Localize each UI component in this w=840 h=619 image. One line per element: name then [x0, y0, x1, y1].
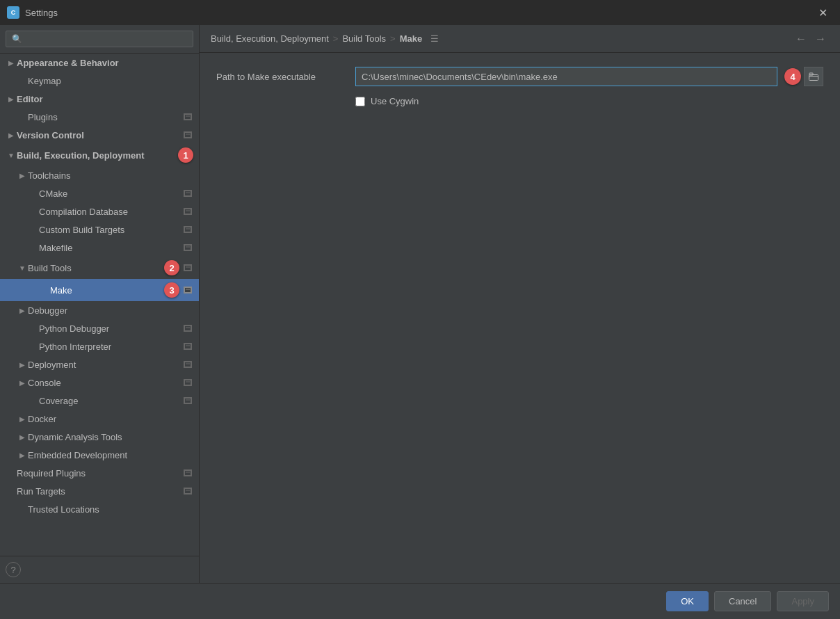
sidebar-item-compilation-db[interactable]: Compilation Database	[0, 202, 199, 220]
arrow-icon	[6, 485, 17, 497]
badge-2: 2	[164, 260, 179, 275]
svg-rect-28	[185, 471, 191, 476]
nav-back-button[interactable]: ←	[793, 31, 809, 47]
ext-icon	[182, 323, 193, 334]
apply-button[interactable]: Apply	[777, 591, 829, 611]
sidebar-item-make[interactable]: Make 3	[0, 279, 199, 301]
arrow-icon: ▶	[6, 57, 17, 68]
arrow-icon	[28, 341, 39, 352]
close-button[interactable]: ✕	[813, 3, 833, 22]
sidebar-item-run-targets[interactable]: Run Targets	[0, 482, 199, 500]
ok-button[interactable]: OK	[666, 591, 709, 611]
sidebar-item-label: Docker	[28, 414, 193, 424]
sidebar-item-debugger[interactable]: ▶ Debugger	[0, 301, 199, 319]
settings-dialog: C Settings ✕ ▶ Appearance & Behavior Key…	[0, 0, 840, 619]
arrow-icon	[28, 242, 39, 253]
sidebar: ▶ Appearance & Behavior Keymap ▶ Editor …	[0, 25, 200, 583]
sidebar-item-label: CMake	[39, 188, 181, 199]
sidebar-item-label: Debugger	[28, 305, 193, 316]
sidebar-item-embedded-dev[interactable]: ▶ Embedded Development	[0, 446, 199, 464]
sidebar-item-label: Version Control	[17, 130, 181, 140]
sidebar-item-label: Build Tools	[28, 263, 160, 273]
ext-icon	[182, 224, 193, 235]
arrow-icon: ▶	[17, 431, 28, 442]
svg-rect-14	[185, 266, 191, 271]
arrow-icon: ▼	[6, 150, 17, 161]
sidebar-item-label: Coverage	[39, 396, 181, 406]
path-input[interactable]	[355, 67, 777, 86]
svg-text:C: C	[11, 9, 16, 16]
arrow-icon	[39, 284, 50, 296]
arrow-icon	[17, 504, 28, 515]
path-input-wrapper: 4	[355, 67, 823, 86]
ext-icon	[182, 242, 193, 253]
breadcrumb-menu-icon: ☰	[430, 33, 439, 44]
sidebar-item-trusted-locations[interactable]: Trusted Locations	[0, 500, 199, 518]
path-form-row: Path to Make executable 4	[216, 67, 823, 86]
sidebar-item-required-plugins[interactable]: Required Plugins	[0, 464, 199, 482]
sidebar-item-toolchains[interactable]: ▶ Toolchains	[0, 166, 199, 184]
badge-1: 1	[178, 147, 193, 163]
svg-rect-22	[185, 362, 191, 367]
help-button[interactable]: ?	[6, 562, 21, 577]
sidebar-item-label: Build, Execution, Deployment	[17, 150, 174, 161]
ext-icon	[182, 129, 193, 140]
breadcrumb-sep1: >	[333, 33, 339, 44]
use-cygwin-label: Use Cygwin	[371, 96, 419, 106]
sidebar-item-dynamic-analysis[interactable]: ▶ Dynamic Analysis Tools	[0, 428, 199, 446]
sidebar-item-editor[interactable]: ▶ Editor	[0, 90, 199, 108]
arrow-icon	[17, 75, 28, 86]
svg-rect-8	[185, 209, 191, 214]
sidebar-item-deployment[interactable]: ▶ Deployment	[0, 355, 199, 373]
breadcrumb-part2: Build Tools	[342, 33, 386, 44]
sidebar-item-cmake[interactable]: CMake	[0, 184, 199, 202]
sidebar-item-console[interactable]: ▶ Console	[0, 373, 199, 392]
svg-rect-6	[185, 191, 191, 196]
sidebar-item-plugins[interactable]: Plugins	[0, 108, 199, 126]
use-cygwin-checkbox[interactable]	[355, 97, 365, 106]
search-input[interactable]	[6, 31, 193, 47]
arrow-icon	[28, 206, 39, 217]
content-area: Path to Make executable 4	[200, 53, 840, 583]
sidebar-item-docker[interactable]: ▶ Docker	[0, 410, 199, 428]
sidebar-item-python-debugger[interactable]: Python Debugger	[0, 319, 199, 337]
arrow-icon: ▶	[6, 129, 17, 140]
ext-icon	[182, 111, 193, 122]
ext-icon	[182, 467, 193, 479]
path-label: Path to Make executable	[216, 72, 355, 82]
main-panel: Build, Execution, Deployment > Build Too…	[200, 25, 840, 583]
ext-icon	[182, 262, 193, 273]
ext-icon	[182, 284, 193, 296]
sidebar-item-appearance[interactable]: ▶ Appearance & Behavior	[0, 54, 199, 72]
sidebar-item-build-exec-deploy[interactable]: ▼ Build, Execution, Deployment 1	[0, 144, 199, 166]
sidebar-item-version-control[interactable]: ▶ Version Control	[0, 126, 199, 144]
dialog-footer: OK Cancel Apply	[0, 583, 840, 619]
sidebar-item-label: Keymap	[28, 76, 193, 86]
browse-button[interactable]	[804, 67, 823, 86]
svg-rect-2	[185, 115, 191, 120]
breadcrumb-nav: ← →	[793, 31, 829, 47]
ext-icon	[182, 395, 193, 406]
cygwin-row: Use Cygwin	[355, 96, 823, 106]
arrow-icon	[28, 323, 39, 334]
sidebar-item-label: Toolchains	[28, 170, 193, 181]
sidebar-item-coverage[interactable]: Coverage	[0, 392, 199, 410]
sidebar-item-keymap[interactable]: Keymap	[0, 72, 199, 90]
breadcrumb-part3: Make	[400, 33, 423, 44]
sidebar-item-python-interpreter[interactable]: Python Interpreter	[0, 337, 199, 355]
cancel-button[interactable]: Cancel	[714, 591, 771, 611]
sidebar-item-build-tools[interactable]: ▼ Build Tools 2	[0, 257, 199, 279]
arrow-icon: ▶	[6, 93, 17, 104]
breadcrumb-part1: Build, Execution, Deployment	[211, 33, 329, 44]
sidebar-item-custom-build-targets[interactable]: Custom Build Targets	[0, 220, 199, 239]
svg-rect-20	[185, 344, 191, 349]
app-icon: C	[7, 6, 19, 19]
sidebar-item-label: Console	[28, 378, 181, 388]
sidebar-item-label: Editor	[17, 94, 193, 104]
nav-forward-button[interactable]: →	[812, 31, 829, 47]
sidebar-item-label: Compilation Database	[39, 207, 181, 217]
arrow-icon	[28, 224, 39, 235]
sidebar-item-label: Deployment	[28, 360, 181, 370]
sidebar-item-makefile[interactable]: Makefile	[0, 239, 199, 257]
ext-icon	[182, 206, 193, 217]
